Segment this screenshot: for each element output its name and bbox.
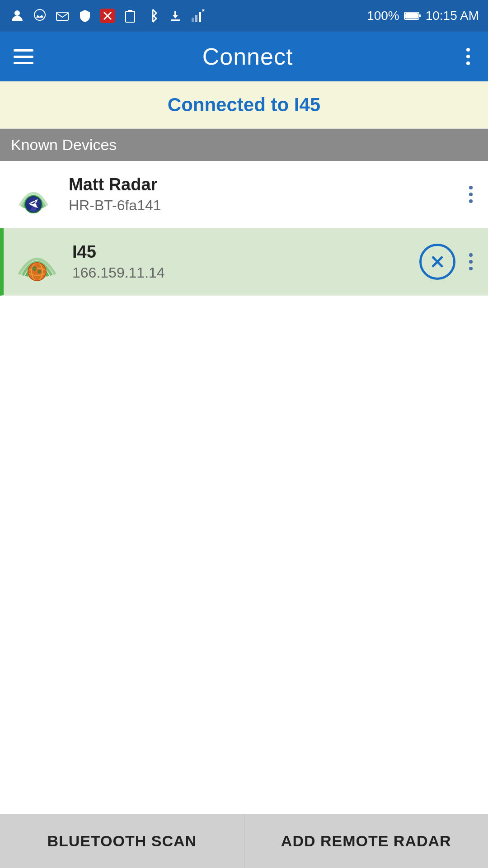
device-sub-i45: 166.159.11.14 [72, 264, 419, 281]
device-logo-network [14, 239, 60, 284]
messenger-icon [32, 8, 48, 24]
device-item-matt-radar[interactable]: ⮘ Matt Radar HR-BT-6fa141 [0, 161, 488, 228]
device-name-i45: I45 [72, 242, 419, 262]
bottom-bar: BLUETOOTH SCAN ADD REMOTE RADAR [0, 814, 488, 868]
bluetooth-scan-button[interactable]: BLUETOOTH SCAN [0, 814, 244, 868]
app-title: Connect [202, 43, 293, 70]
device-logo-bluetooth: ⮘ [11, 172, 56, 217]
device-item-i45[interactable]: I45 166.159.11.14 [0, 228, 488, 296]
device-info-i45: I45 166.159.11.14 [72, 242, 419, 281]
download-icon [167, 8, 183, 24]
svg-point-24 [38, 270, 41, 274]
svg-rect-2 [56, 12, 68, 20]
svg-point-23 [32, 266, 37, 271]
connection-status-text: Connected to I45 [168, 94, 320, 115]
device-sub-matt-radar: HR-BT-6fa141 [69, 197, 465, 214]
known-devices-label: Known Devices [11, 136, 117, 153]
svg-rect-14 [405, 13, 418, 19]
menu-button[interactable] [14, 49, 33, 64]
device-list: ⮘ Matt Radar HR-BT-6fa141 [0, 161, 488, 296]
badge-x-icon [99, 8, 116, 24]
bluetooth-icon [145, 8, 161, 24]
svg-rect-9 [195, 15, 197, 22]
battery-percentage: 100% [367, 9, 399, 23]
empty-content-area [0, 296, 488, 816]
svg-point-1 [34, 9, 45, 20]
device-info-matt-radar: Matt Radar HR-BT-6fa141 [69, 175, 465, 214]
svg-rect-15 [419, 14, 421, 17]
device-more-button-matt-radar[interactable] [465, 181, 477, 208]
clipboard-icon [122, 8, 138, 24]
connection-banner: Connected to I45 [0, 81, 488, 129]
svg-rect-6 [126, 11, 135, 22]
svg-rect-10 [199, 12, 201, 22]
signal-icon [190, 8, 206, 24]
status-right: 100% 10:15 AM [367, 9, 479, 23]
status-icons [9, 8, 206, 24]
more-options-button[interactable] [462, 43, 474, 70]
add-remote-radar-button[interactable]: ADD REMOTE RADAR [244, 814, 488, 868]
svg-rect-8 [192, 18, 194, 22]
svg-rect-7 [171, 19, 180, 21]
app-bar: Connect [0, 32, 488, 81]
status-bar: 100% 10:15 AM [0, 0, 488, 32]
time-display: 10:15 AM [426, 9, 479, 23]
email-icon [54, 8, 70, 24]
shield-icon [77, 8, 93, 24]
disconnect-button-i45[interactable] [419, 244, 455, 280]
device-name-matt-radar: Matt Radar [69, 175, 465, 194]
svg-text:⮘: ⮘ [28, 199, 38, 210]
device-actions-i45 [419, 244, 477, 280]
svg-point-0 [14, 10, 20, 16]
known-devices-header: Known Devices [0, 129, 488, 161]
device-more-button-i45[interactable] [465, 249, 477, 275]
person-icon [9, 8, 25, 24]
device-actions-matt-radar [465, 181, 477, 208]
disconnect-icon [428, 253, 446, 271]
battery-icon [404, 11, 421, 21]
